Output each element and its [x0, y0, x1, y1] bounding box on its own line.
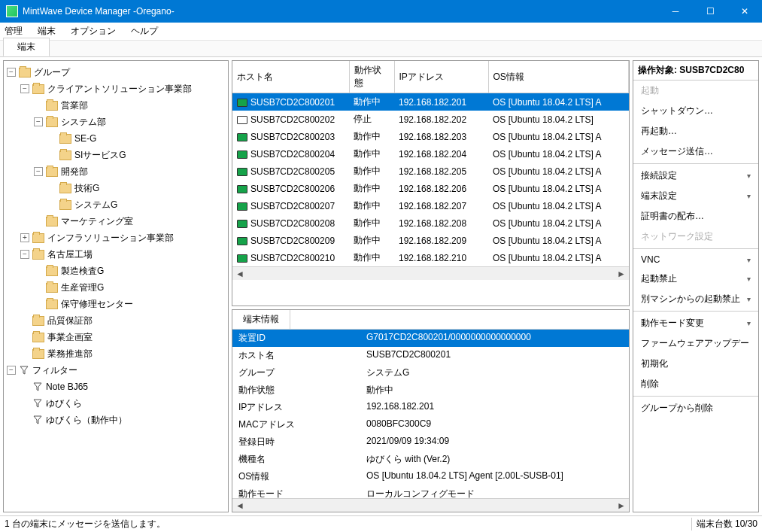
tree-label[interactable]: SE-G — [74, 133, 96, 144]
tree-label[interactable]: クライアントソリューション事業部 — [47, 83, 192, 96]
op-boot-ban-other[interactable]: 別マシンからの起動禁止▾ — [633, 289, 758, 309]
tree-item[interactable]: 保守修理センター — [7, 296, 225, 312]
detail-row[interactable]: グループシステムG — [232, 364, 629, 382]
tree-label[interactable]: ゆびくら（動作中） — [46, 414, 127, 427]
tree-item[interactable]: 製造検査G — [7, 263, 225, 279]
expand-icon[interactable]: + — [20, 233, 29, 242]
op-start[interactable]: 起動 — [633, 81, 758, 101]
tab-terminal[interactable]: 端末 — [3, 38, 50, 56]
scroll-right-icon[interactable]: ► — [617, 269, 626, 279]
tree-item[interactable]: −クライアントソリューション事業部 — [7, 81, 225, 97]
tree-label[interactable]: 名古屋工場 — [47, 248, 93, 261]
table-row[interactable]: SUSB7CD2C800206動作中192.168.182.206OS [Ubu… — [232, 180, 629, 197]
tree-label[interactable]: グループ — [34, 66, 70, 79]
tree-item[interactable]: 事業企画室 — [7, 329, 225, 345]
tab-detail[interactable]: 端末情報 — [232, 310, 290, 329]
tree-label[interactable]: システム部 — [61, 116, 106, 129]
close-button[interactable]: ✕ — [727, 0, 762, 23]
tree-label[interactable]: 生産管理G — [61, 281, 104, 294]
tree-item[interactable]: 生産管理G — [7, 279, 225, 296]
op-cert[interactable]: 証明書の配布… — [633, 206, 758, 226]
op-boot-ban[interactable]: 起動禁止▾ — [633, 269, 758, 289]
tree-item[interactable]: システムG — [7, 196, 225, 213]
tree-label[interactable]: 品質保証部 — [47, 315, 93, 327]
tree-item[interactable]: SIサービスG — [7, 147, 225, 163]
op-mode-change[interactable]: 動作モード変更▾ — [633, 313, 758, 333]
tree-item[interactable]: ゆびくら — [7, 395, 225, 412]
tree-label[interactable]: 技術G — [74, 182, 99, 195]
op-delete[interactable]: 削除 — [633, 374, 758, 394]
detail-row[interactable]: 動作モードローカルコンフィグモード — [232, 485, 629, 498]
collapse-icon[interactable]: − — [7, 68, 16, 77]
table-row[interactable]: SUSB7CD2C800207動作中192.168.182.207OS [Ubu… — [232, 197, 629, 214]
table-row[interactable]: SUSB7CD2C800202停止192.168.182.202OS [Ubun… — [232, 111, 629, 128]
table-row[interactable]: SUSB7CD2C800201動作中192.168.182.201OS [Ubu… — [232, 93, 629, 111]
table-row[interactable]: SUSB7CD2C800205動作中192.168.182.205OS [Ubu… — [232, 163, 629, 180]
op-conn-settings[interactable]: 接続設定▾ — [633, 166, 758, 186]
detail-row[interactable]: IPアドレス192.168.182.201 — [232, 399, 629, 416]
collapse-icon[interactable]: − — [34, 117, 43, 126]
tree-item[interactable]: 業務推進部 — [7, 345, 225, 362]
tree-item[interactable]: −開発部 — [7, 163, 225, 180]
tree-label[interactable]: マーケティング室 — [61, 215, 133, 228]
detail-row[interactable]: MACアドレス0080BFC300C9 — [232, 416, 629, 433]
detail-row[interactable]: 動作状態動作中 — [232, 382, 629, 399]
tree-item[interactable]: 営業部 — [7, 97, 225, 114]
tree-item[interactable]: +インフラソリューション事業部 — [7, 230, 225, 246]
tree-label[interactable]: システムG — [74, 199, 117, 211]
tree-label[interactable]: フィルター — [32, 364, 77, 377]
col-os[interactable]: OS情報 — [488, 61, 629, 93]
tree-label[interactable]: 開発部 — [61, 166, 88, 178]
tree-label[interactable]: ゆびくら — [46, 397, 82, 410]
tree-item[interactable]: −グループ — [7, 64, 225, 81]
tree-label[interactable]: 業務推進部 — [47, 348, 93, 360]
tree-label[interactable]: Note BJ65 — [46, 382, 88, 392]
col-ip[interactable]: IPアドレス — [394, 61, 488, 93]
table-row[interactable]: SUSB7CD2C800204動作中192.168.182.204OS [Ubu… — [232, 145, 629, 163]
table-row[interactable]: SUSB7CD2C800203動作中192.168.182.203OS [Ubu… — [232, 128, 629, 145]
table-row[interactable]: SUSB7CD2C800209動作中192.168.182.209OS [Ubu… — [232, 232, 629, 249]
tree-label[interactable]: 保守修理センター — [61, 298, 133, 311]
tree-item[interactable]: −名古屋工場 — [7, 246, 225, 263]
detail-row[interactable]: OS情報OS [Ubuntu 18.04.2 LTS] Agent [2.00L… — [232, 468, 629, 485]
op-init[interactable]: 初期化 — [633, 354, 758, 374]
maximize-button[interactable]: ☐ — [693, 0, 727, 23]
menu-manage[interactable]: 管理 — [5, 25, 23, 38]
op-shutdown[interactable]: シャットダウン… — [633, 101, 758, 121]
tree-label[interactable]: 営業部 — [61, 99, 88, 112]
op-sendmsg[interactable]: メッセージ送信… — [633, 141, 758, 162]
tree-item[interactable]: 技術G — [7, 180, 225, 196]
detail-scroll-left-icon[interactable]: ◄ — [235, 500, 244, 511]
collapse-icon[interactable]: − — [7, 366, 16, 375]
menu-options[interactable]: オプション — [71, 25, 116, 38]
col-host[interactable]: ホスト名 — [232, 61, 349, 93]
detail-row[interactable]: ホスト名SUSB7CD2C800201 — [232, 347, 629, 364]
scroll-left-icon[interactable]: ◄ — [235, 269, 244, 279]
table-row[interactable]: SUSB7CD2C800208動作中192.168.182.208OS [Ubu… — [232, 214, 629, 232]
tree-item[interactable]: −システム部 — [7, 114, 225, 130]
minimize-button[interactable]: ─ — [658, 0, 693, 23]
op-vnc[interactable]: VNC▾ — [633, 251, 758, 269]
tree-label[interactable]: インフラソリューション事業部 — [47, 232, 174, 245]
tree-item[interactable]: マーケティング室 — [7, 213, 225, 230]
tree-item[interactable]: ゆびくら（動作中） — [7, 412, 225, 428]
tree-label[interactable]: 事業企画室 — [47, 331, 93, 344]
tree-item[interactable]: 品質保証部 — [7, 312, 225, 329]
detail-scroll-right-icon[interactable]: ► — [617, 500, 626, 511]
detail-row[interactable]: 機種名ゆびくら with (Ver.2) — [232, 451, 629, 468]
detail-row[interactable]: 登録日時2021/09/09 19:34:09 — [232, 433, 629, 451]
table-row[interactable]: SUSB7CD2C800210動作中192.168.182.210OS [Ubu… — [232, 249, 629, 266]
op-delete-from-group[interactable]: グループから削除 — [633, 398, 758, 418]
collapse-icon[interactable]: − — [20, 250, 29, 259]
tree-label[interactable]: 製造検査G — [61, 265, 104, 278]
tree-item[interactable]: Note BJ65 — [7, 378, 225, 395]
detail-row[interactable]: 装置IDG7017CD2C800201/0000000000000000 — [232, 330, 629, 347]
col-state[interactable]: 動作状態 — [349, 61, 394, 93]
op-restart[interactable]: 再起動… — [633, 121, 758, 141]
op-firmware[interactable]: ファームウェアアップデー — [633, 333, 758, 354]
op-term-settings[interactable]: 端末設定▾ — [633, 186, 758, 206]
menu-terminal[interactable]: 端末 — [38, 25, 56, 38]
op-network[interactable]: ネットワーク設定 — [633, 226, 758, 247]
tree-item[interactable]: SE-G — [7, 130, 225, 147]
tree-label[interactable]: SIサービスG — [74, 149, 126, 162]
